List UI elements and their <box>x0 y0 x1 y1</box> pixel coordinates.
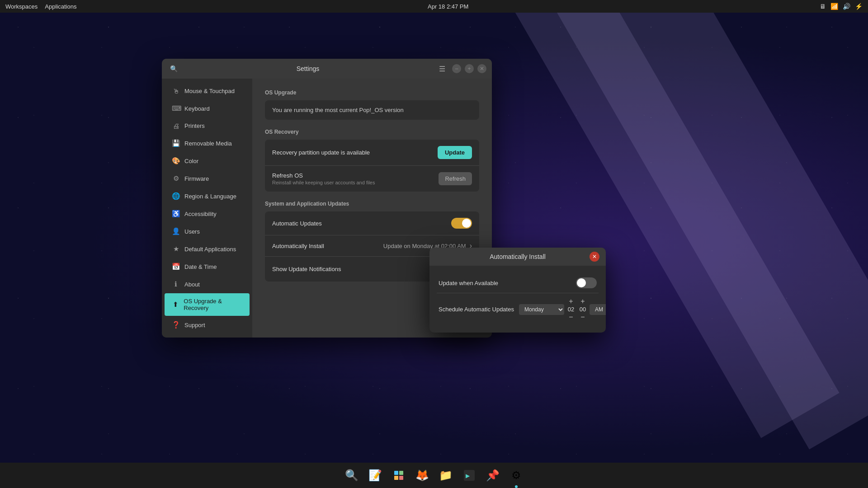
removable-media-icon: 💾 <box>172 139 180 147</box>
taskbar-app-notes[interactable]: 📝 <box>364 465 386 486</box>
topbar-workspaces[interactable]: Workspaces <box>5 3 38 10</box>
refresh-os-label: Refresh OS <box>272 172 439 179</box>
update-when-toggle[interactable] <box>576 277 597 288</box>
topbar-right: 🖥 📶 🔊 ⚡ <box>820 3 863 10</box>
time-controls: Monday Tuesday Wednesday Thursday Friday… <box>519 298 606 321</box>
hour-increment-button[interactable]: + <box>567 298 575 305</box>
sidebar-label-color: Color <box>184 158 198 164</box>
svg-rect-1 <box>399 471 403 475</box>
sidebar-item-color[interactable]: 🎨 Color <box>165 152 250 169</box>
sidebar-item-support[interactable]: ❓ Support <box>165 316 250 333</box>
taskbar-app-firefox[interactable]: 🦊 <box>411 465 433 486</box>
sidebar-label-users: Users <box>184 228 200 235</box>
taskbar-app-files[interactable]: 📁 <box>435 465 457 486</box>
close-button[interactable]: ✕ <box>477 64 486 73</box>
sidebar-label-date-time: Date & Time <box>184 263 217 270</box>
update-button[interactable]: Update <box>438 146 472 159</box>
sidebar-label-printers: Printers <box>184 122 205 129</box>
region-icon: 🌐 <box>172 192 180 200</box>
firmware-icon: ⚙ <box>172 174 180 183</box>
am-pm-select[interactable]: AM PM <box>590 304 606 315</box>
mouse-icon: 🖱 <box>172 87 180 95</box>
sidebar-item-mouse-touchpad[interactable]: 🖱 Mouse & Touchpad <box>165 83 250 99</box>
auto-install-popup: Automatically Install ✕ Update when Avai… <box>429 248 606 333</box>
sidebar-item-default-applications[interactable]: ★ Default Applications <box>165 240 250 258</box>
sidebar-item-about[interactable]: ℹ About <box>165 276 250 293</box>
taskbar-app-settings[interactable]: ⚙ <box>505 465 527 486</box>
sidebar-item-os-upgrade[interactable]: ⬆ OS Upgrade & Recovery <box>165 293 250 316</box>
sidebar-label-removable-media: Removable Media <box>184 140 232 147</box>
sidebar-item-firmware[interactable]: ⚙ Firmware <box>165 170 250 187</box>
date-time-icon: 📅 <box>172 263 180 271</box>
taskbar-app-sticky[interactable]: 📌 <box>482 465 504 486</box>
color-icon: 🎨 <box>172 157 180 165</box>
minimize-button[interactable]: – <box>452 64 461 73</box>
popup-titlebar: Automatically Install ✕ <box>429 248 606 266</box>
window-controls: – + ✕ <box>452 64 486 73</box>
hour-decrement-button[interactable]: − <box>567 314 575 321</box>
recovery-update-label: Recovery partition update is available <box>272 149 438 156</box>
settings-titlebar: 🔍 Settings ☰ – + ✕ <box>162 59 492 79</box>
sidebar-label-region-language: Region & Language <box>184 193 236 200</box>
sidebar-item-removable-media[interactable]: 💾 Removable Media <box>165 135 250 152</box>
sidebar-label-accessibility: Accessibility <box>184 211 217 217</box>
maximize-button[interactable]: + <box>465 64 474 73</box>
sidebar-label-keyboard: Keyboard <box>184 105 210 112</box>
topbar-display-icon[interactable]: 🖥 <box>820 3 826 10</box>
minute-value: 00 <box>578 306 588 313</box>
topbar: Workspaces Applications Apr 18 2:47 PM 🖥… <box>0 0 868 13</box>
system-updates-section-title: System and Application Updates <box>265 201 479 207</box>
topbar-volume-icon[interactable]: 🔊 <box>843 3 850 10</box>
os-recovery-section-title: OS Recovery <box>265 129 479 135</box>
printers-icon: 🖨 <box>172 122 180 130</box>
minute-increment-button[interactable]: + <box>579 298 586 305</box>
refresh-os-row: Refresh OS Reinstall while keeping user … <box>265 165 479 192</box>
about-icon: ℹ <box>172 280 180 288</box>
schedule-label: Schedule Automatic Updates <box>439 306 515 313</box>
schedule-row: Schedule Automatic Updates Monday Tuesda… <box>437 293 599 325</box>
svg-rect-3 <box>399 476 403 480</box>
sidebar-label-about: About <box>184 281 200 288</box>
menu-icon[interactable]: ☰ <box>436 62 448 75</box>
show-notifications-label: Show Update Notifications <box>272 266 434 272</box>
svg-text:▶: ▶ <box>466 473 470 479</box>
hour-value: 02 <box>566 306 576 313</box>
refresh-button[interactable]: Refresh <box>439 172 472 185</box>
os-recovery-card: Recovery partition update is available U… <box>265 140 479 192</box>
sidebar-item-region-language[interactable]: 🌐 Region & Language <box>165 188 250 205</box>
users-icon: 👤 <box>172 227 180 235</box>
sidebar-item-keyboard[interactable]: ⌨ Keyboard <box>165 100 250 117</box>
day-select[interactable]: Monday Tuesday Wednesday Thursday Friday… <box>519 304 564 315</box>
sidebar-label-support: Support <box>184 322 205 328</box>
sidebar-item-date-time[interactable]: 📅 Date & Time <box>165 258 250 275</box>
sidebar-item-users[interactable]: 👤 Users <box>165 223 250 240</box>
popup-body: Update when Available Schedule Automatic… <box>429 266 606 333</box>
search-icon[interactable]: 🔍 <box>167 62 180 75</box>
topbar-applications[interactable]: Applications <box>45 3 76 10</box>
auto-updates-toggle[interactable] <box>451 218 472 229</box>
refresh-os-sub: Reinstall while keeping user accounts an… <box>272 180 439 185</box>
os-upgrade-section-title: OS Upgrade <box>265 89 479 96</box>
minute-decrement-button[interactable]: − <box>579 314 586 321</box>
svg-rect-2 <box>394 476 398 480</box>
sidebar-label-os-upgrade: OS Upgrade & Recovery <box>184 298 242 311</box>
sidebar-item-printers[interactable]: 🖨 Printers <box>165 117 250 134</box>
topbar-wifi-icon[interactable]: 📶 <box>830 3 838 10</box>
default-apps-icon: ★ <box>172 245 180 253</box>
taskbar-app-search[interactable]: 🔍 <box>341 465 363 486</box>
settings-title: Settings <box>184 65 432 72</box>
os-upgrade-icon: ⬆ <box>172 300 179 309</box>
minute-stepper: + 00 − <box>578 298 588 321</box>
update-when-toggle-knob <box>577 278 586 287</box>
support-icon: ❓ <box>172 321 180 329</box>
taskbar-app-terminal[interactable]: ▶ <box>458 465 480 486</box>
sidebar-item-accessibility[interactable]: ♿ Accessibility <box>165 205 250 222</box>
topbar-power-icon[interactable]: ⚡ <box>855 3 863 10</box>
taskbar-app-mosaic[interactable] <box>388 465 410 486</box>
recovery-update-row: Recovery partition update is available U… <box>265 140 479 165</box>
auto-updates-row: Automatic Updates <box>265 211 479 235</box>
sidebar: 🖱 Mouse & Touchpad ⌨ Keyboard 🖨 Printers… <box>162 79 252 338</box>
os-upgrade-card: You are running the most current Pop!_OS… <box>265 100 479 120</box>
popup-close-button[interactable]: ✕ <box>590 252 599 262</box>
auto-updates-label: Automatic Updates <box>272 220 451 227</box>
